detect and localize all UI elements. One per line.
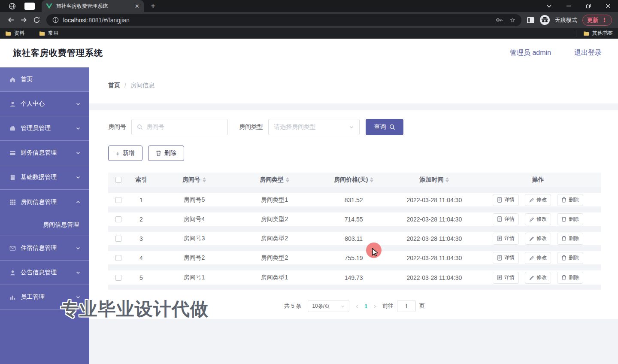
bookmark-folder-1[interactable]: 资料 — [5, 30, 24, 37]
row-删除-button[interactable]: 删除 — [557, 252, 583, 264]
column-header-1[interactable]: 房间号 — [154, 176, 235, 184]
chevron-down-icon — [76, 246, 81, 251]
row-修改-button[interactable]: 修改 — [525, 252, 551, 264]
row-checkbox[interactable] — [115, 275, 121, 281]
home-icon — [9, 76, 16, 83]
row-checkbox[interactable] — [115, 197, 121, 203]
sidebar-item-label: 财务信息管理 — [21, 149, 76, 157]
side-panel-icon[interactable] — [527, 17, 535, 24]
goto-page-input[interactable] — [397, 300, 416, 312]
row-删除-button[interactable]: 删除 — [557, 213, 583, 225]
edit-icon — [529, 217, 534, 222]
select-all-checkbox[interactable] — [115, 177, 121, 183]
sidebar-item-3[interactable]: 财务信息管理 — [0, 141, 89, 165]
sort-caret-icon[interactable] — [286, 177, 289, 182]
row-修改-button[interactable]: 修改 — [525, 272, 551, 284]
sort-caret-icon[interactable] — [370, 177, 373, 182]
bookmark-star-icon[interactable]: ☆ — [510, 16, 515, 24]
room-type-select[interactable]: 请选择房间类型 — [268, 119, 360, 135]
search-button[interactable]: 查询 — [366, 119, 403, 135]
current-page[interactable]: 1 — [364, 303, 367, 309]
page-size-select[interactable]: 10条/页 — [308, 300, 349, 312]
sidebar-item-5[interactable]: 房间信息管理 — [0, 190, 89, 214]
bookmark-folder-2[interactable]: 常用 — [39, 30, 58, 37]
row-详情-button[interactable]: 详情 — [493, 252, 519, 264]
row-删除-button[interactable]: 删除 — [557, 272, 583, 284]
row-详情-button[interactable]: 详情 — [493, 213, 519, 225]
room-number-input[interactable]: 房间号 — [131, 119, 228, 135]
window-restore-button[interactable] — [579, 0, 598, 12]
sidebar-item-7[interactable]: 公告信息管理 — [0, 261, 89, 285]
app-header: 旅社客房收费管理系统 管理员 admin 退出登录 — [0, 39, 618, 67]
table-row: 5房间号1房间类型1149.732022-03-28 11:04:30详情修改删… — [108, 270, 601, 290]
row-checkbox[interactable] — [115, 216, 121, 222]
forward-icon[interactable] — [17, 14, 30, 27]
bank-card-icon — [9, 150, 16, 156]
reload-icon[interactable] — [30, 14, 43, 27]
row-详情-button[interactable]: 详情 — [493, 233, 519, 245]
password-key-icon[interactable] — [496, 16, 503, 24]
logout-link[interactable]: 退出登录 — [574, 49, 602, 58]
tab-close-icon[interactable]: ✕ — [135, 3, 139, 9]
window-close-button[interactable] — [598, 0, 618, 12]
page-unit-label: 页 — [419, 302, 425, 310]
address-bar[interactable]: localhost:8081/#/fangjian ☆ — [46, 14, 521, 26]
row-删除-button[interactable]: 删除 — [557, 194, 583, 206]
column-header-5: 操作 — [475, 176, 601, 184]
browser-tab-strip: 旅社客房收费管理系统 ✕ + — [0, 0, 618, 12]
cell-time: 2022-03-28 11:04:30 — [394, 255, 476, 261]
table-row: 1房间号5房间类型1831.522022-03-28 11:04:30详情修改删… — [108, 193, 601, 212]
prev-page-button[interactable]: ‹ — [356, 303, 358, 309]
pinned-tab-thumbnail[interactable] — [24, 3, 35, 10]
sidebar-item-1[interactable]: 个人中心 — [0, 92, 89, 116]
cell-room: 房间号3 — [154, 235, 235, 243]
breadcrumb-home[interactable]: 首页 — [108, 82, 120, 89]
next-page-button[interactable]: › — [374, 303, 376, 309]
browser-profile-globe-icon[interactable] — [9, 3, 16, 10]
column-header-2[interactable]: 房间类型 — [235, 176, 314, 184]
sidebar-item-4[interactable]: 基础数据管理 — [0, 165, 89, 190]
trash-icon — [561, 197, 566, 203]
incognito-label: 无痕模式 — [555, 16, 577, 24]
column-header-3[interactable]: 房间价格(天) — [314, 176, 394, 184]
add-button[interactable]: + 新增 — [108, 146, 142, 161]
edit-icon — [529, 197, 534, 203]
update-button[interactable]: 更新⋮ — [582, 15, 612, 26]
row-checkbox[interactable] — [115, 255, 121, 261]
chevron-down-icon — [76, 175, 81, 180]
sidebar-item-2[interactable]: 管理员管理 — [0, 116, 89, 141]
column-header-4[interactable]: 添加时间 — [394, 176, 476, 184]
sort-caret-icon[interactable] — [203, 177, 206, 182]
row-详情-button[interactable]: 详情 — [493, 194, 519, 206]
mouse-cursor-icon — [372, 248, 379, 258]
other-bookmarks[interactable]: 其他书签 — [576, 30, 613, 37]
edit-icon — [529, 275, 534, 280]
row-删除-button[interactable]: 删除 — [557, 233, 583, 245]
url-text: localhost:8081/#/fangjian — [63, 17, 130, 24]
cell-room: 房间号4 — [154, 215, 235, 223]
window-chevron-icon[interactable] — [539, 0, 559, 12]
browser-toolbar: localhost:8081/#/fangjian ☆ 无痕模式 更新⋮ — [0, 12, 618, 28]
rooms-table: 索引房间号房间类型房间价格(天)添加时间操作 1房间号5房间类型1831.522… — [108, 173, 601, 290]
delete-button[interactable]: 删除 — [148, 146, 184, 161]
new-tab-button[interactable]: + — [151, 1, 155, 11]
row-checkbox[interactable] — [115, 236, 121, 242]
sidebar-item-0[interactable]: 首页 — [0, 67, 89, 92]
row-详情-button[interactable]: 详情 — [493, 272, 519, 284]
row-修改-button[interactable]: 修改 — [525, 213, 551, 225]
window-minimize-button[interactable] — [559, 0, 579, 12]
cell-time: 2022-03-28 11:04:30 — [394, 274, 476, 281]
active-tab[interactable]: 旅社客房收费管理系统 ✕ — [42, 0, 144, 12]
row-修改-button[interactable]: 修改 — [525, 194, 551, 206]
site-info-icon[interactable] — [52, 17, 59, 23]
folder-icon — [583, 31, 589, 36]
sidebar-subitem-5-0[interactable]: 房间信息管理 — [0, 214, 89, 236]
back-icon[interactable] — [4, 14, 17, 27]
sort-caret-icon[interactable] — [445, 177, 449, 182]
magnifier-icon — [389, 124, 395, 130]
user-icon — [9, 270, 16, 276]
sidebar-item-label: 管理员管理 — [21, 124, 76, 132]
row-修改-button[interactable]: 修改 — [525, 233, 551, 245]
sidebar-item-6[interactable]: 住宿信息管理 — [0, 236, 89, 261]
kebab-menu-icon[interactable]: ⋮ — [602, 17, 607, 23]
